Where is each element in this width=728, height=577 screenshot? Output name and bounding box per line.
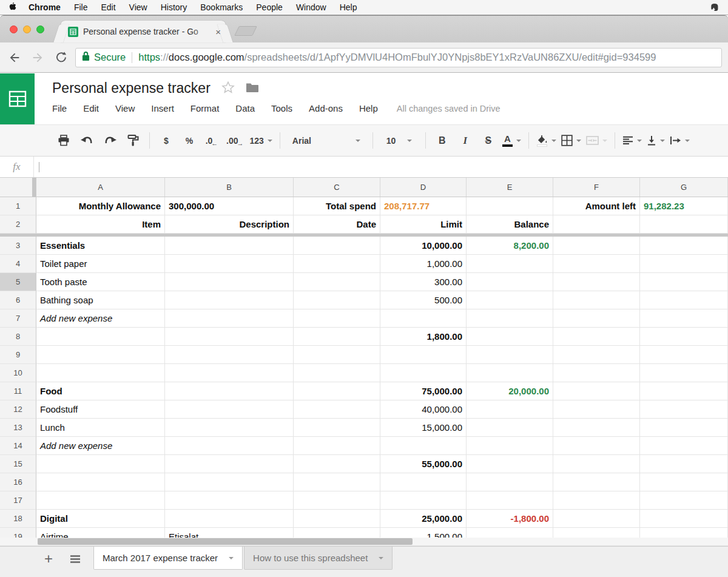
row-header-9[interactable]: 9 bbox=[0, 346, 36, 364]
cell-e17[interactable] bbox=[467, 491, 553, 510]
cell-f2[interactable] bbox=[553, 215, 640, 234]
freeze-handle[interactable] bbox=[32, 178, 36, 197]
cell-c16[interactable] bbox=[294, 473, 380, 491]
add-sheet-button[interactable]: + bbox=[38, 548, 59, 570]
cell-a18[interactable]: Digital bbox=[36, 510, 165, 528]
horizontal-align-button[interactable] bbox=[622, 130, 642, 152]
cell-c1[interactable]: Total spend bbox=[294, 197, 380, 215]
cell-b14[interactable] bbox=[165, 437, 294, 455]
cell-e16[interactable] bbox=[467, 473, 553, 491]
cell-g10[interactable] bbox=[640, 364, 728, 382]
cell-g7[interactable] bbox=[640, 309, 728, 328]
cell-a6[interactable]: Bathing soap bbox=[36, 291, 165, 309]
cell-b1[interactable]: 300,000.00 bbox=[165, 197, 294, 215]
cell-e8[interactable] bbox=[467, 328, 553, 346]
cell-g9[interactable] bbox=[640, 346, 728, 364]
cell-g5[interactable] bbox=[640, 273, 728, 291]
cell-c3[interactable] bbox=[294, 237, 380, 255]
menu-file[interactable]: File bbox=[52, 103, 67, 113]
cell-b12[interactable] bbox=[165, 400, 294, 419]
cell-e5[interactable] bbox=[467, 273, 553, 291]
format-percent-button[interactable]: % bbox=[180, 130, 198, 152]
cell-c17[interactable] bbox=[294, 491, 380, 510]
cell-e2[interactable]: Balance bbox=[467, 215, 553, 234]
menu-view[interactable]: View bbox=[115, 103, 135, 113]
cell-g2[interactable] bbox=[640, 215, 728, 234]
cell-a1[interactable]: Monthly Allowance bbox=[36, 197, 165, 215]
cell-g15[interactable] bbox=[640, 455, 728, 473]
cell-b4[interactable] bbox=[165, 255, 294, 273]
cell-b6[interactable] bbox=[165, 291, 294, 309]
horizontal-scrollbar-thumb[interactable] bbox=[38, 538, 413, 545]
cell-e18[interactable]: -1,800.00 bbox=[467, 510, 553, 528]
cell-b11[interactable] bbox=[165, 382, 294, 400]
url-omnibox[interactable]: Secure https://docs.google.com/spreadshe… bbox=[75, 48, 722, 67]
cell-f16[interactable] bbox=[553, 473, 640, 491]
cell-b19[interactable]: Etisalat bbox=[165, 528, 294, 538]
cell-g4[interactable] bbox=[640, 255, 728, 273]
row-header-3[interactable]: 3 bbox=[0, 237, 36, 255]
cell-b3[interactable] bbox=[165, 237, 294, 255]
row-header-5[interactable]: 5 bbox=[0, 273, 36, 291]
row-header-2[interactable]: 2 bbox=[0, 215, 36, 234]
cell-d6[interactable]: 500.00 bbox=[380, 291, 467, 309]
bold-button[interactable]: B bbox=[433, 130, 451, 152]
cell-a19[interactable]: Airtime bbox=[36, 528, 165, 538]
cell-d7[interactable] bbox=[380, 309, 467, 328]
cell-d12[interactable]: 40,000.00 bbox=[380, 400, 467, 419]
cell-e10[interactable] bbox=[467, 364, 553, 382]
menubar-item-view[interactable]: View bbox=[129, 2, 147, 12]
all-sheets-menu-button[interactable] bbox=[64, 548, 86, 570]
window-zoom-button[interactable] bbox=[36, 25, 44, 33]
cell-d1[interactable]: 208,717.77 bbox=[380, 197, 467, 215]
cell-e12[interactable] bbox=[467, 400, 553, 419]
merge-cells-button[interactable] bbox=[586, 130, 607, 152]
cell-d13[interactable]: 15,000.00 bbox=[380, 419, 467, 437]
cell-g19[interactable] bbox=[640, 528, 728, 538]
evernote-menubar-icon[interactable] bbox=[709, 2, 720, 15]
cell-a10[interactable] bbox=[36, 364, 165, 382]
cell-c11[interactable] bbox=[294, 382, 380, 400]
cell-g6[interactable] bbox=[640, 291, 728, 309]
cell-a9[interactable] bbox=[36, 346, 165, 364]
cell-a11[interactable]: Food bbox=[36, 382, 165, 400]
cell-c9[interactable] bbox=[294, 346, 380, 364]
cell-g14[interactable] bbox=[640, 437, 728, 455]
format-currency-button[interactable]: $ bbox=[157, 130, 175, 152]
cell-b17[interactable] bbox=[165, 491, 294, 510]
formula-input[interactable] bbox=[34, 157, 728, 177]
cell-b15[interactable] bbox=[165, 455, 294, 473]
cell-f7[interactable] bbox=[553, 309, 640, 328]
cell-b7[interactable] bbox=[165, 309, 294, 328]
menubar-item-help[interactable]: Help bbox=[340, 2, 357, 12]
tab-close-icon[interactable]: × bbox=[215, 27, 221, 36]
cell-f11[interactable] bbox=[553, 382, 640, 400]
row-header-18[interactable]: 18 bbox=[0, 510, 36, 528]
cell-c14[interactable] bbox=[294, 437, 380, 455]
cell-g11[interactable] bbox=[640, 382, 728, 400]
cell-b9[interactable] bbox=[165, 346, 294, 364]
cell-f17[interactable] bbox=[553, 491, 640, 510]
cell-b8[interactable] bbox=[165, 328, 294, 346]
menu-format[interactable]: Format bbox=[190, 103, 220, 113]
cell-b2[interactable]: Description bbox=[165, 215, 294, 234]
cell-e13[interactable] bbox=[467, 419, 553, 437]
row-header-15[interactable]: 15 bbox=[0, 455, 36, 473]
row-header-8[interactable]: 8 bbox=[0, 328, 36, 346]
cell-c7[interactable] bbox=[294, 309, 380, 328]
window-close-button[interactable] bbox=[10, 25, 18, 33]
cell-e1[interactable] bbox=[467, 197, 553, 215]
cell-a3[interactable]: Essentials bbox=[36, 237, 165, 255]
menubar-item-history[interactable]: History bbox=[161, 2, 187, 12]
cell-c4[interactable] bbox=[294, 255, 380, 273]
column-header-d[interactable]: D bbox=[380, 178, 467, 197]
cell-g13[interactable] bbox=[640, 419, 728, 437]
text-wrap-button[interactable] bbox=[670, 130, 690, 152]
cell-f18[interactable] bbox=[553, 510, 640, 528]
cell-f15[interactable] bbox=[553, 455, 640, 473]
cell-d14[interactable] bbox=[380, 437, 467, 455]
menubar-item-bookmarks[interactable]: Bookmarks bbox=[200, 2, 243, 12]
column-header-c[interactable]: C bbox=[294, 178, 380, 197]
cell-c8[interactable] bbox=[294, 328, 380, 346]
font-size-select[interactable]: 10 bbox=[380, 130, 418, 152]
